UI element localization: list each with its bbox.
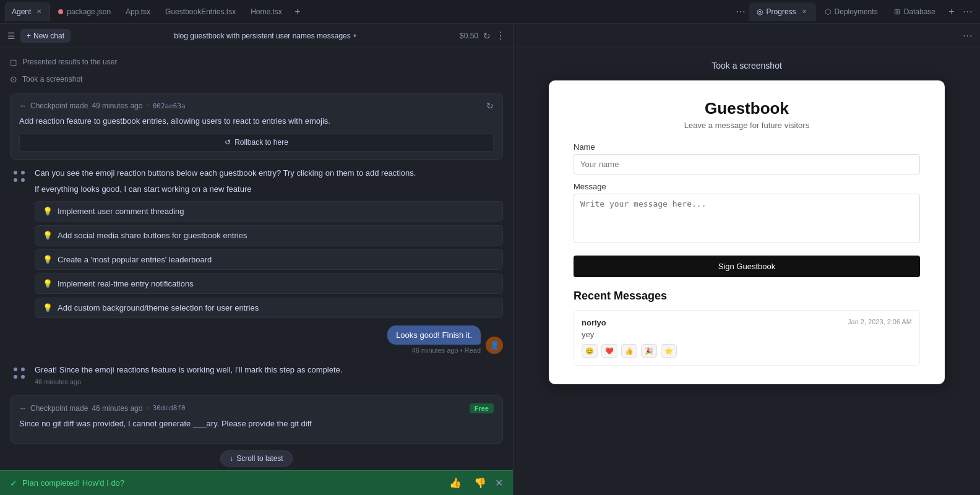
new-chat-button[interactable]: + New chat <box>20 29 71 43</box>
sidebar-toggle-icon[interactable]: ☰ <box>7 31 15 41</box>
user-message: Looks good! Finish it. 46 minutes ago • … <box>10 325 503 354</box>
message-card-header: noriyo Jan 2, 2023, 2:06 AM <box>582 318 912 327</box>
tab-progress[interactable]: ◎ Progress ✕ <box>749 2 816 21</box>
agent-message-1-content: Can you see the emoji reaction buttons b… <box>35 167 503 318</box>
svg-point-2 <box>14 178 17 182</box>
reaction-btn-0[interactable]: 😊 <box>582 344 598 358</box>
chat-title: blog guestbook with persistent user name… <box>174 32 351 40</box>
left-panel: ☰ + New chat blog guestbook with persist… <box>0 24 514 495</box>
feature-label-4: Add custom background/theme selection fo… <box>58 303 259 312</box>
feature-item-4[interactable]: 💡 Add custom background/theme selection … <box>35 298 503 318</box>
tab-progress-close[interactable]: ✕ <box>800 7 809 16</box>
guestbook-form: Name Message Sign Guestbook <box>574 142 920 277</box>
svg-point-0 <box>14 171 17 174</box>
sign-guestbook-button[interactable]: Sign Guestbook <box>574 256 920 277</box>
plan-completed-bar: ✓ Plan completed! How'd I do? 👍 👎 ✕ <box>0 470 513 495</box>
checkpoint-2-time: 46 minutes ago <box>92 404 142 413</box>
present-icon: ◻ <box>10 57 17 67</box>
chevron-down-icon[interactable]: ▾ <box>353 32 356 39</box>
checkpoint-icon: ↔ <box>19 101 27 110</box>
right-panel-menu[interactable]: ⋯ <box>963 30 973 41</box>
thumbs-down-button[interactable]: 👎 <box>470 476 490 490</box>
reaction-btn-4[interactable]: ⭐ <box>661 344 677 358</box>
checkpoint-1-message: Add reaction feature to guestbook entrie… <box>19 116 494 127</box>
chat-content: ◻ Presented results to the user ⊙ Took a… <box>0 48 513 447</box>
feature-label-0: Implement user comment threading <box>58 207 184 216</box>
system-event-screenshot-text: Took a screenshot <box>22 75 82 84</box>
system-event-screenshot: ⊙ Took a screenshot <box>10 73 503 85</box>
agent-response: Great! Since the emoji reactions feature… <box>10 364 503 385</box>
main-layout: ☰ + New chat blog guestbook with persist… <box>0 24 980 495</box>
progress-icon: ◎ <box>757 7 763 16</box>
name-label: Name <box>574 142 920 152</box>
tab-database[interactable]: ⊞ Database <box>887 2 943 21</box>
feature-item-0[interactable]: 💡 Implement user comment threading <box>35 201 503 222</box>
checkpoint-1-hash: 002ae63a <box>153 102 186 110</box>
dismiss-bar-button[interactable]: ✕ <box>495 477 503 489</box>
plan-completed-text: Plan completed! How'd I do? <box>22 478 124 488</box>
tab-home-label: Home.tsx <box>251 7 282 16</box>
message-textarea[interactable] <box>574 194 920 243</box>
user-bubble: Looks good! Finish it. <box>387 325 481 345</box>
svg-point-6 <box>14 375 17 379</box>
system-event-present-text: Presented results to the user <box>22 58 117 66</box>
svg-point-3 <box>21 178 25 182</box>
message-label: Message <box>574 182 920 191</box>
tab-home[interactable]: Home.tsx <box>244 2 289 21</box>
right-tab-menu-dots[interactable]: ⋯ <box>960 3 975 20</box>
tab-package[interactable]: package.json <box>51 2 118 21</box>
feature-item-3[interactable]: 💡 Implement real-time entry notification… <box>35 273 503 294</box>
agent-response-text: Great! Since the emoji reactions feature… <box>35 364 342 376</box>
plan-completed-right: 👍 👎 ✕ <box>445 476 503 490</box>
agent-message-1: Can you see the emoji reaction buttons b… <box>10 167 503 318</box>
user-avatar: 👤 <box>486 337 503 354</box>
name-input[interactable] <box>574 154 920 174</box>
scroll-latest-button[interactable]: ↓ Scroll to latest <box>220 450 292 467</box>
user-message-text: Looks good! Finish it. <box>396 330 472 340</box>
reaction-btn-3[interactable]: 🎉 <box>641 344 657 358</box>
rollback-icon: ↺ <box>225 138 231 147</box>
more-options-icon[interactable]: ⋮ <box>496 30 505 41</box>
svg-point-5 <box>21 368 25 371</box>
tab-package-label: package.json <box>67 7 111 16</box>
message-field-group: Message <box>574 182 920 246</box>
feature-item-1[interactable]: 💡 Add social media share buttons for gue… <box>35 225 503 246</box>
add-right-tab-button[interactable]: + <box>944 4 959 19</box>
checkpoint-1-restore-icon[interactable]: ↻ <box>486 101 494 111</box>
camera-icon: ⊙ <box>10 74 17 84</box>
tab-agent[interactable]: Agent ✕ <box>5 2 50 21</box>
checkpoint-2-label: Checkpoint made <box>30 404 88 413</box>
checkpoint-2-sep: • <box>146 404 148 413</box>
check-icon: ✓ <box>10 478 17 488</box>
tab-menu-dots[interactable]: ⋯ <box>733 3 748 20</box>
agent-message-1-text: Can you see the emoji reaction buttons b… <box>35 167 503 195</box>
left-toolbar: ☰ + New chat blog guestbook with persist… <box>0 24 513 48</box>
tab-guestbook-entries[interactable]: GuestbookEntries.tsx <box>158 2 243 21</box>
thumbs-up-button[interactable]: 👍 <box>445 476 465 490</box>
feature-item-2[interactable]: 💡 Create a 'most popular entries' leader… <box>35 249 503 270</box>
user-message-meta: 46 minutes ago • Read <box>387 346 481 354</box>
message-reactions: 😊 ❤️ 👍 🎉 ⭐ <box>582 344 912 358</box>
reaction-btn-1[interactable]: ❤️ <box>601 344 617 358</box>
tab-app[interactable]: App.tsx <box>119 2 157 21</box>
agent-response-time: 46 minutes ago <box>35 378 342 385</box>
tab-agent-close[interactable]: ✕ <box>35 7 43 16</box>
tab-bar: Agent ✕ package.json App.tsx GuestbookEn… <box>0 0 980 24</box>
reaction-btn-2[interactable]: 👍 <box>621 344 637 358</box>
checkpoint-2-icon: ↔ <box>19 404 27 413</box>
svg-point-1 <box>21 171 25 174</box>
guestbook-message-card: noriyo Jan 2, 2023, 2:06 AM yey 😊 ❤️ 👍 🎉… <box>574 310 920 366</box>
user-message-wrapper: Looks good! Finish it. 46 minutes ago • … <box>387 325 481 354</box>
refresh-icon[interactable]: ↻ <box>483 31 491 41</box>
tab-deployments[interactable]: ⬡ Deployments <box>817 2 885 21</box>
add-tab-button[interactable]: + <box>290 4 305 19</box>
tab-database-label: Database <box>904 7 935 16</box>
agent-tab-label: Agent <box>12 7 31 16</box>
system-event-present: ◻ Presented results to the user <box>10 56 503 68</box>
tab-progress-label: Progress <box>767 7 796 16</box>
plus-icon: + <box>27 32 31 40</box>
agent-response-content: Great! Since the emoji reactions feature… <box>35 364 342 385</box>
recent-messages-title: Recent Messages <box>574 290 920 303</box>
rollback-button[interactable]: ↺ Rollback to here <box>19 133 494 152</box>
plan-completed-left: ✓ Plan completed! How'd I do? <box>10 478 124 488</box>
